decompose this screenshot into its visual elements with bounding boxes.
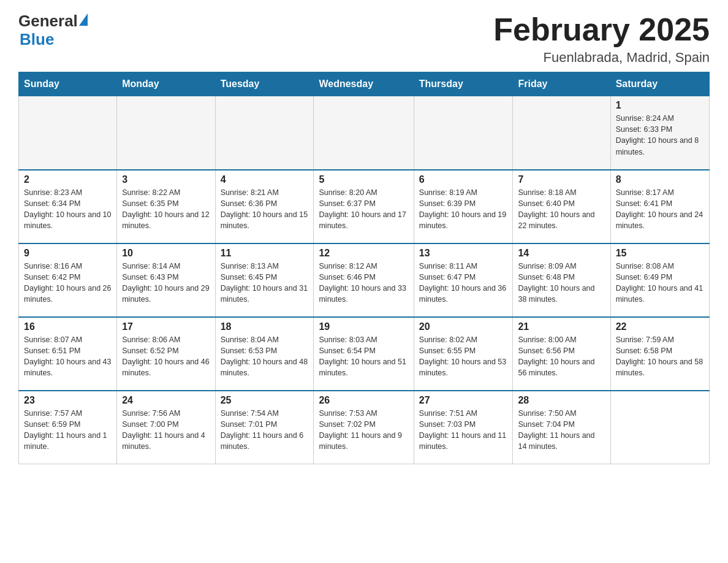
calendar-cell: 13Sunrise: 8:11 AMSunset: 6:47 PMDayligh… [414, 243, 513, 317]
day-number: 18 [221, 321, 309, 332]
day-info: Sunrise: 8:20 AMSunset: 6:37 PMDaylight:… [319, 187, 408, 232]
day-info: Sunrise: 8:18 AMSunset: 6:40 PMDaylight:… [518, 187, 605, 232]
day-info: Sunrise: 8:16 AMSunset: 6:42 PMDaylight:… [24, 261, 112, 305]
calendar-cell: 25Sunrise: 7:54 AMSunset: 7:01 PMDayligh… [215, 391, 314, 464]
calendar-week-row: 9Sunrise: 8:16 AMSunset: 6:42 PMDaylight… [19, 243, 710, 317]
logo-blue-text: Blue [20, 30, 54, 48]
day-info: Sunrise: 8:11 AMSunset: 6:47 PMDaylight:… [419, 261, 508, 305]
calendar-cell: 15Sunrise: 8:08 AMSunset: 6:49 PMDayligh… [610, 243, 709, 317]
day-info: Sunrise: 8:04 AMSunset: 6:53 PMDaylight:… [221, 334, 309, 379]
day-info: Sunrise: 7:54 AMSunset: 7:01 PMDaylight:… [221, 408, 309, 453]
day-number: 9 [24, 248, 112, 259]
day-number: 12 [319, 248, 408, 259]
calendar-cell: 21Sunrise: 8:00 AMSunset: 6:56 PMDayligh… [513, 317, 610, 391]
calendar-cell: 6Sunrise: 8:19 AMSunset: 6:39 PMDaylight… [414, 170, 513, 243]
calendar-week-row: 23Sunrise: 7:57 AMSunset: 6:59 PMDayligh… [19, 391, 710, 464]
day-info: Sunrise: 7:50 AMSunset: 7:04 PMDaylight:… [518, 408, 605, 453]
day-number: 23 [24, 395, 112, 406]
weekday-header-thursday: Thursday [414, 72, 513, 96]
calendar-cell: 9Sunrise: 8:16 AMSunset: 6:42 PMDaylight… [19, 243, 117, 317]
calendar-week-row: 1Sunrise: 8:24 AMSunset: 6:33 PMDaylight… [19, 96, 710, 170]
day-number: 21 [518, 321, 605, 332]
day-info: Sunrise: 7:51 AMSunset: 7:03 PMDaylight:… [419, 408, 508, 453]
day-number: 8 [616, 174, 704, 185]
weekday-header-sunday: Sunday [19, 72, 117, 96]
calendar-cell: 1Sunrise: 8:24 AMSunset: 6:33 PMDaylight… [610, 96, 709, 170]
calendar-cell [117, 96, 215, 170]
day-info: Sunrise: 8:21 AMSunset: 6:36 PMDaylight:… [221, 187, 309, 232]
calendar-cell: 2Sunrise: 8:23 AMSunset: 6:34 PMDaylight… [19, 170, 117, 243]
day-info: Sunrise: 8:02 AMSunset: 6:55 PMDaylight:… [419, 334, 508, 379]
day-number: 6 [419, 174, 508, 185]
day-number: 15 [616, 248, 704, 259]
logo: General [18, 12, 89, 30]
day-info: Sunrise: 8:17 AMSunset: 6:41 PMDaylight:… [616, 187, 704, 232]
day-number: 10 [122, 248, 210, 259]
day-info: Sunrise: 8:06 AMSunset: 6:52 PMDaylight:… [122, 334, 210, 379]
day-number: 5 [319, 174, 408, 185]
day-number: 7 [518, 174, 605, 185]
calendar-week-row: 2Sunrise: 8:23 AMSunset: 6:34 PMDaylight… [19, 170, 710, 243]
page-header: General Blue February 2025 Fuenlabrada, … [18, 12, 710, 66]
day-info: Sunrise: 8:08 AMSunset: 6:49 PMDaylight:… [616, 261, 704, 305]
calendar-cell: 24Sunrise: 7:56 AMSunset: 7:00 PMDayligh… [117, 391, 215, 464]
logo-triangle-icon [79, 13, 88, 26]
day-number: 3 [122, 174, 210, 185]
day-number: 11 [221, 248, 309, 259]
day-info: Sunrise: 8:03 AMSunset: 6:54 PMDaylight:… [319, 334, 408, 379]
day-number: 13 [419, 248, 508, 259]
calendar-cell [19, 96, 117, 170]
calendar-cell: 11Sunrise: 8:13 AMSunset: 6:45 PMDayligh… [215, 243, 314, 317]
day-info: Sunrise: 7:59 AMSunset: 6:58 PMDaylight:… [616, 334, 704, 379]
calendar-cell: 4Sunrise: 8:21 AMSunset: 6:36 PMDaylight… [215, 170, 314, 243]
day-info: Sunrise: 8:13 AMSunset: 6:45 PMDaylight:… [221, 261, 309, 305]
calendar-cell: 27Sunrise: 7:51 AMSunset: 7:03 PMDayligh… [414, 391, 513, 464]
calendar-cell: 19Sunrise: 8:03 AMSunset: 6:54 PMDayligh… [314, 317, 414, 391]
day-number: 17 [122, 321, 210, 332]
calendar-cell: 20Sunrise: 8:02 AMSunset: 6:55 PMDayligh… [414, 317, 513, 391]
weekday-header-friday: Friday [513, 72, 610, 96]
day-info: Sunrise: 7:56 AMSunset: 7:00 PMDaylight:… [122, 408, 210, 453]
calendar-cell: 7Sunrise: 8:18 AMSunset: 6:40 PMDaylight… [513, 170, 610, 243]
weekday-header-tuesday: Tuesday [215, 72, 314, 96]
calendar-cell: 23Sunrise: 7:57 AMSunset: 6:59 PMDayligh… [19, 391, 117, 464]
calendar-cell [215, 96, 314, 170]
day-number: 20 [419, 321, 508, 332]
calendar-cell: 12Sunrise: 8:12 AMSunset: 6:46 PMDayligh… [314, 243, 414, 317]
day-info: Sunrise: 8:09 AMSunset: 6:48 PMDaylight:… [518, 261, 605, 305]
calendar-cell: 26Sunrise: 7:53 AMSunset: 7:02 PMDayligh… [314, 391, 414, 464]
day-number: 1 [616, 100, 704, 111]
day-number: 4 [221, 174, 309, 185]
calendar-cell [610, 391, 709, 464]
day-number: 14 [518, 248, 605, 259]
day-info: Sunrise: 8:22 AMSunset: 6:35 PMDaylight:… [122, 187, 210, 232]
calendar-cell: 28Sunrise: 7:50 AMSunset: 7:04 PMDayligh… [513, 391, 610, 464]
day-number: 2 [24, 174, 112, 185]
weekday-header-saturday: Saturday [610, 72, 709, 96]
day-info: Sunrise: 8:00 AMSunset: 6:56 PMDaylight:… [518, 334, 605, 379]
calendar-week-row: 16Sunrise: 8:07 AMSunset: 6:51 PMDayligh… [19, 317, 710, 391]
day-number: 25 [221, 395, 309, 406]
calendar-cell [513, 96, 610, 170]
calendar-cell: 16Sunrise: 8:07 AMSunset: 6:51 PMDayligh… [19, 317, 117, 391]
calendar-cell: 10Sunrise: 8:14 AMSunset: 6:43 PMDayligh… [117, 243, 215, 317]
weekday-header-monday: Monday [117, 72, 215, 96]
calendar-cell: 14Sunrise: 8:09 AMSunset: 6:48 PMDayligh… [513, 243, 610, 317]
calendar-cell: 8Sunrise: 8:17 AMSunset: 6:41 PMDaylight… [610, 170, 709, 243]
calendar-cell: 3Sunrise: 8:22 AMSunset: 6:35 PMDaylight… [117, 170, 215, 243]
logo-general-text: General [18, 12, 78, 30]
weekday-header-row: SundayMondayTuesdayWednesdayThursdayFrid… [19, 72, 710, 96]
day-number: 26 [319, 395, 408, 406]
day-info: Sunrise: 8:23 AMSunset: 6:34 PMDaylight:… [24, 187, 112, 232]
calendar-cell [414, 96, 513, 170]
day-info: Sunrise: 8:24 AMSunset: 6:33 PMDaylight:… [616, 113, 704, 158]
calendar-cell: 5Sunrise: 8:20 AMSunset: 6:37 PMDaylight… [314, 170, 414, 243]
calendar-table: SundayMondayTuesdayWednesdayThursdayFrid… [18, 72, 710, 464]
calendar-cell: 17Sunrise: 8:06 AMSunset: 6:52 PMDayligh… [117, 317, 215, 391]
day-info: Sunrise: 7:57 AMSunset: 6:59 PMDaylight:… [24, 408, 112, 453]
weekday-header-wednesday: Wednesday [314, 72, 414, 96]
day-number: 24 [122, 395, 210, 406]
month-title: February 2025 [493, 12, 710, 47]
day-number: 27 [419, 395, 508, 406]
day-info: Sunrise: 7:53 AMSunset: 7:02 PMDaylight:… [319, 408, 408, 453]
